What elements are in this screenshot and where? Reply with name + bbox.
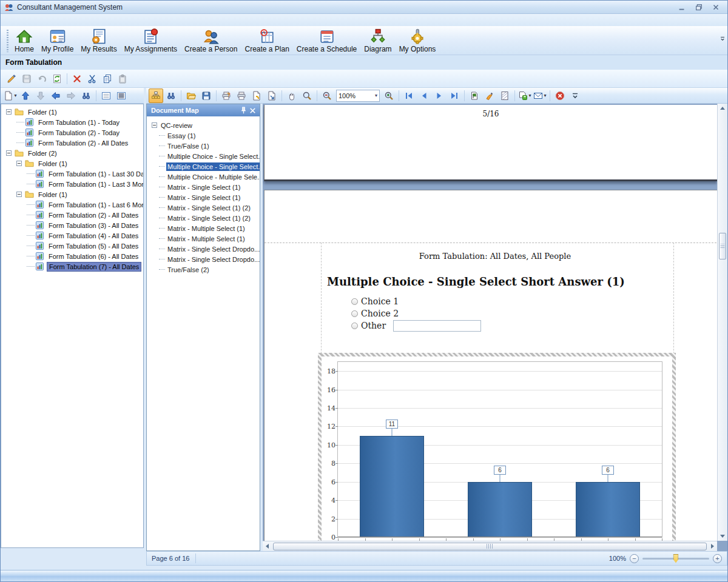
menu-item[interactable] — [79, 19, 90, 21]
toolbar-button[interactable]: Home — [11, 27, 38, 54]
tree-item[interactable]: Form Tabulation (1) - Last 30 Days — [1, 169, 143, 179]
report-toolbar-button[interactable] — [467, 89, 482, 103]
menu-item[interactable] — [19, 19, 30, 21]
zoom-in-button[interactable]: + — [713, 554, 722, 563]
report-toolbar-button[interactable] — [402, 89, 416, 103]
expander-minus-icon[interactable] — [152, 122, 157, 128]
document-map-item[interactable]: QC-review — [147, 120, 260, 130]
edit-toolbar-button[interactable] — [85, 72, 99, 86]
toolbar-overflow-chevron[interactable] — [719, 35, 726, 43]
report-toolbar-button[interactable]: ▾ — [517, 89, 532, 103]
report-toolbar-button[interactable] — [497, 89, 512, 103]
horizontal-scroll-thumb[interactable] — [273, 543, 707, 550]
tree-item[interactable]: Form Tabulation (1) - Last 6 Months — [1, 199, 143, 210]
close-button[interactable] — [710, 3, 721, 12]
report-toolbar-button[interactable] — [265, 89, 279, 103]
report-toolbar-button[interactable] — [382, 89, 396, 103]
edit-toolbar-button[interactable] — [35, 72, 49, 86]
document-map-item[interactable]: Matrix - Multiple Select (1) — [147, 233, 260, 244]
tree-item[interactable]: Form Tabulation (5) - All Dates — [1, 241, 143, 251]
pin-icon[interactable] — [239, 106, 248, 115]
toolbar-button[interactable]: Create a Plan — [241, 27, 292, 54]
scroll-right-button[interactable] — [707, 541, 717, 551]
tree-item[interactable]: Folder (2) — [1, 148, 143, 158]
report-toolbar-button[interactable] — [199, 89, 214, 103]
report-toolbar-button[interactable] — [234, 89, 249, 103]
edit-toolbar-button[interactable] — [50, 72, 64, 86]
scroll-left-button[interactable] — [263, 541, 272, 551]
tree-toolbar-button[interactable] — [64, 89, 78, 103]
other-text-input[interactable] — [393, 320, 481, 332]
menu-item[interactable] — [43, 19, 54, 21]
document-map-item[interactable]: Matrix - Multiple Select (1) — [147, 223, 260, 233]
document-map-item[interactable]: True/False (2) — [147, 264, 260, 275]
zoom-slider[interactable] — [642, 558, 709, 560]
tree-toolbar-button[interactable] — [99, 89, 113, 103]
menu-item[interactable] — [31, 19, 42, 21]
tree-toolbar-button[interactable] — [18, 89, 33, 103]
report-toolbar-button[interactable]: ? — [219, 89, 234, 103]
tree-item[interactable]: Form Tabulation (6) - All Dates — [1, 251, 143, 261]
tree-item[interactable]: Form Tabulation (2) - All Dates — [1, 210, 143, 220]
report-toolbar-button[interactable] — [164, 89, 178, 103]
report-toolbar-button[interactable] — [149, 89, 163, 103]
report-toolbar-button[interactable] — [417, 89, 431, 103]
expander-minus-icon[interactable] — [6, 109, 12, 115]
report-toolbar-button[interactable] — [553, 89, 567, 103]
zoom-slider-thumb[interactable] — [673, 554, 679, 563]
tree-item[interactable]: Form Tabulation (2) - All Dates — [1, 138, 143, 148]
expander-minus-icon[interactable] — [16, 192, 22, 197]
minimize-button[interactable] — [676, 3, 687, 12]
toolbar-button[interactable]: My Profile — [38, 27, 77, 54]
edit-toolbar-button[interactable] — [115, 72, 130, 86]
document-map-item[interactable]: Matrix - Single Select Dropdo... — [147, 244, 260, 254]
document-map-item[interactable]: Multiple Choice - Single Select... — [147, 151, 260, 161]
tree-item[interactable]: Form Tabulation (4) - All Dates — [1, 230, 143, 241]
document-map-item[interactable]: Multiple Choice - Multiple Sele... — [147, 172, 260, 182]
toolbar-button[interactable]: My Results — [77, 27, 120, 54]
toolbar-button[interactable]: My Options — [396, 27, 440, 54]
toolbar-button[interactable]: Create a Person — [181, 27, 241, 54]
expander-minus-icon[interactable] — [16, 161, 22, 166]
tree-item[interactable]: Folder (1) — [1, 158, 143, 169]
tree-item[interactable]: Form Tabulation (2) - Today — [1, 127, 143, 138]
close-icon[interactable] — [248, 106, 257, 115]
report-toolbar-button[interactable] — [184, 89, 198, 103]
tree-toolbar-button[interactable] — [114, 89, 129, 103]
edit-toolbar-button[interactable] — [4, 72, 19, 86]
edit-toolbar-button[interactable] — [100, 72, 115, 86]
vertical-scroll-thumb[interactable] — [719, 233, 726, 259]
toolbar-button[interactable]: My Assignments — [121, 27, 181, 54]
menu-item[interactable] — [55, 19, 66, 21]
expander-minus-icon[interactable] — [6, 150, 12, 156]
report-toolbar-button[interactable] — [568, 89, 582, 103]
tree-item[interactable]: Form Tabulation (3) - All Dates — [1, 220, 143, 230]
report-toolbar-button[interactable] — [300, 89, 314, 103]
tree-toolbar-button[interactable] — [79, 89, 93, 103]
toolbar-button[interactable]: Diagram — [360, 27, 395, 54]
tree-item[interactable]: Form Tabulation (1) - Last 3 Months — [1, 179, 143, 189]
document-map-item[interactable]: True/False (1) — [147, 141, 260, 151]
menu-item[interactable] — [67, 19, 78, 21]
tree-item[interactable]: Folder (1) — [1, 107, 143, 117]
radio-button[interactable] — [351, 310, 358, 317]
report-toolbar-button[interactable] — [285, 89, 299, 103]
vertical-scrollbar[interactable] — [717, 104, 727, 541]
menu-item[interactable] — [92, 19, 103, 21]
horizontal-scrollbar[interactable] — [263, 541, 717, 551]
tree-item[interactable]: Form Tabulation (1) - Today — [1, 117, 143, 127]
document-map-item[interactable]: Matrix - Single Select (1) — [147, 192, 260, 202]
scroll-up-button[interactable] — [718, 104, 727, 113]
radio-button[interactable] — [351, 323, 358, 329]
document-map-item[interactable]: Matrix - Single Select (1) — [147, 182, 260, 192]
toolbar-button[interactable]: Create a Schedule — [293, 27, 360, 54]
radio-button[interactable] — [351, 298, 358, 305]
document-map-item[interactable]: Multiple Choice - Single Select... — [147, 161, 260, 172]
report-toolbar-button[interactable] — [482, 89, 497, 103]
zoom-out-button[interactable]: − — [630, 554, 639, 563]
tree-toolbar-button[interactable] — [49, 89, 63, 103]
restore-button[interactable] — [693, 3, 704, 12]
edit-toolbar-button[interactable] — [19, 72, 34, 86]
document-map-item[interactable]: Essay (1) — [147, 130, 260, 141]
tree-item[interactable]: Folder (1) — [1, 189, 143, 199]
